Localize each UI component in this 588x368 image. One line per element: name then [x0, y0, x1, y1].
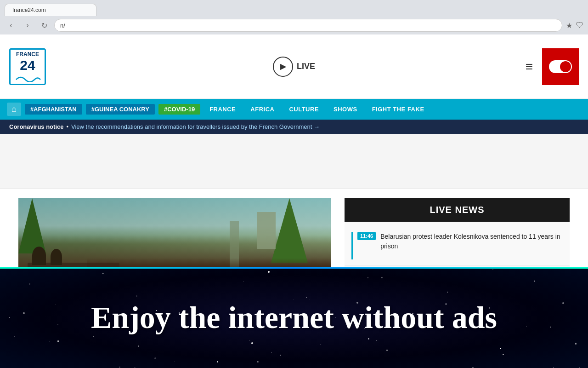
browser-tabs: france24.com — [0, 0, 588, 16]
toggle-knob — [560, 61, 571, 72]
nav-fight-fake[interactable]: FIGHT THE FAKE — [367, 104, 430, 115]
address-text: n/ — [60, 22, 65, 29]
live-news-header: LIVE NEWS — [345, 198, 570, 222]
nav-culture[interactable]: CULTURE — [283, 104, 324, 115]
logo-france: FRANCE — [16, 51, 39, 58]
reload-button[interactable]: ↻ — [38, 19, 51, 32]
soldier1 — [32, 247, 46, 265]
soldier2 — [51, 249, 62, 265]
toggle-switch — [549, 60, 572, 73]
logo-24: 24 — [20, 58, 35, 73]
alert-bar: Coronavirus notice • View the recommenda… — [0, 120, 588, 134]
nav-tag-afghanistan[interactable]: #AFGHANISTAN — [25, 104, 82, 115]
news-text-1: Belarusian protest leader Kolesnikova se… — [380, 232, 563, 251]
address-bar-row: ‹ › ↻ n/ ★ 🛡 — [0, 16, 588, 34]
back-button[interactable]: ‹ — [5, 19, 17, 32]
logo-wave-icon — [14, 73, 41, 82]
play-icon: ▶ — [273, 57, 293, 77]
ad-overlay: Enjoy the internet without ads — [0, 267, 588, 368]
color-bar — [0, 267, 588, 269]
nav-tag-guinea[interactable]: #GUINEA CONAKRY — [86, 104, 155, 115]
header-right: ≡ — [526, 48, 579, 85]
home-nav-icon[interactable]: ⌂ — [7, 103, 21, 116]
news-item-1[interactable]: 11:46 Belarusian protest leader Kolesnik… — [345, 226, 570, 265]
address-bar[interactable]: n/ — [54, 19, 562, 32]
forward-button[interactable]: › — [21, 19, 34, 32]
live-label: LIVE — [297, 62, 315, 71]
nav-tag-covid[interactable]: #COVID-19 — [158, 104, 200, 115]
live-button[interactable]: ▶ LIVE — [273, 57, 315, 77]
browser-tab[interactable]: france24.com — [5, 4, 96, 16]
news-bar-1 — [351, 232, 353, 259]
site-header: FRANCE 24 ▶ LIVE ≡ — [0, 34, 588, 99]
shield-icon: 🛡 — [576, 21, 583, 29]
star-background — [0, 267, 588, 368]
toggle-button[interactable] — [542, 48, 579, 85]
hamburger-menu[interactable]: ≡ — [526, 60, 533, 73]
alert-text[interactable]: View the recommendations and information… — [71, 123, 320, 130]
nav-shows[interactable]: SHOWS — [328, 104, 363, 115]
news-time-1: 11:46 — [357, 232, 376, 240]
nav-africa[interactable]: AFRICA — [245, 104, 280, 115]
nav-bar: ⌂ #AFGHANISTAN #GUINEA CONAKRY #COVID-19… — [0, 99, 588, 120]
building — [257, 212, 276, 249]
alert-title: Coronavirus notice — [9, 123, 63, 130]
site-logo[interactable]: FRANCE 24 — [9, 48, 46, 85]
alert-bullet: • — [66, 123, 68, 130]
bookmark-icon[interactable]: ★ — [566, 21, 572, 30]
ad-space — [0, 134, 588, 189]
nav-france[interactable]: FRANCE — [204, 104, 241, 115]
